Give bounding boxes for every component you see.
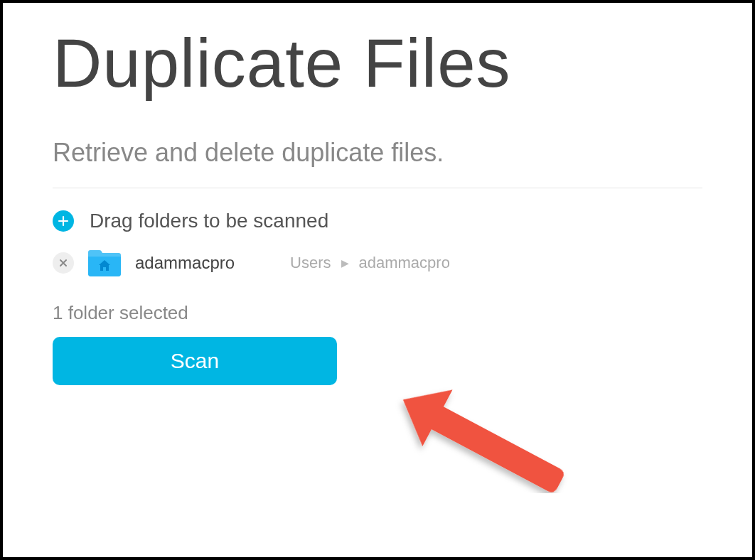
folder-name: adammacpro [135, 253, 235, 273]
scan-button[interactable]: Scan [53, 337, 337, 385]
remove-folder-button[interactable] [53, 252, 74, 274]
folder-item: adammacpro Users ▶ adammacpro [53, 248, 702, 278]
breadcrumb-segment: adammacpro [359, 254, 450, 272]
breadcrumb-segment: Users [290, 254, 331, 272]
add-folder-button[interactable] [53, 210, 74, 232]
folder-breadcrumb: Users ▶ adammacpro [290, 254, 450, 272]
selection-status: 1 folder selected [53, 302, 702, 324]
close-icon [59, 259, 68, 267]
page-subtitle: Retrieve and delete duplicate files. [53, 138, 702, 168]
chevron-right-icon: ▶ [341, 257, 349, 269]
page-title: Duplicate Files [53, 24, 702, 102]
plus-icon [58, 215, 69, 227]
drag-folders-label: Drag folders to be scanned [90, 210, 328, 232]
home-folder-icon [87, 248, 122, 278]
drag-folders-row: Drag folders to be scanned [53, 210, 702, 232]
divider [53, 188, 702, 188]
annotation-arrow [351, 379, 593, 493]
